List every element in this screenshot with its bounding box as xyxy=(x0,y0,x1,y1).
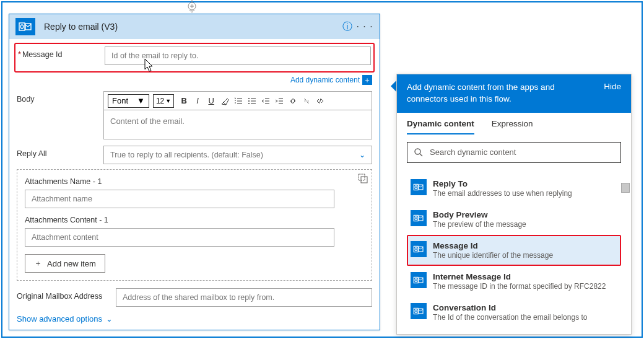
help-icon[interactable]: ⓘ xyxy=(339,20,356,33)
link-icon[interactable] xyxy=(287,96,299,106)
svg-rect-26 xyxy=(414,308,418,314)
item-title: Message Id xyxy=(433,241,553,250)
svg-point-7 xyxy=(248,98,250,99)
outlook-icon xyxy=(411,179,427,195)
search-icon xyxy=(414,147,424,157)
svg-point-5 xyxy=(20,25,23,29)
dynamic-item[interactable]: Body PreviewThe preview of the message xyxy=(407,204,621,235)
dynamic-item[interactable]: Received TimeThe date and time the messa… xyxy=(407,328,621,334)
attach-content-input[interactable] xyxy=(25,228,334,247)
svg-rect-23 xyxy=(414,277,418,283)
dynamic-item[interactable]: Internet Message IdThe message ID in the… xyxy=(407,266,621,297)
item-title: Conversation Id xyxy=(433,303,588,312)
italic-icon[interactable]: I xyxy=(191,96,204,105)
svg-rect-20 xyxy=(414,246,418,252)
item-desc: The Id of the conversation the email bel… xyxy=(433,313,588,322)
action-card: Reply to email (V3) ⓘ · · · *Message Id … xyxy=(9,14,380,330)
item-desc: The unique identifier of the message xyxy=(433,251,553,260)
plus-icon: ＋ xyxy=(34,258,42,269)
message-id-highlight: *Message Id xyxy=(14,43,375,73)
bold-icon[interactable]: B xyxy=(178,96,190,105)
original-mailbox-label: Original Mailbox Address xyxy=(17,288,116,307)
outlook-icon xyxy=(411,303,427,319)
array-icon[interactable] xyxy=(358,174,368,186)
body-label: Body xyxy=(17,91,103,139)
svg-rect-14 xyxy=(414,184,418,190)
tab-expression[interactable]: Expression xyxy=(492,119,533,134)
attachments-group: Attachments Name - 1 Attachments Content… xyxy=(17,169,372,281)
item-title: Body Preview xyxy=(433,210,526,219)
add-dynamic-content-link[interactable]: Add dynamic content＋ xyxy=(17,75,372,85)
chevron-down-icon: ⌄ xyxy=(106,314,113,324)
chevron-down-icon: ⌄ xyxy=(359,151,365,159)
search-dynamic-content[interactable]: Search dynamic content xyxy=(407,142,621,163)
svg-line-13 xyxy=(420,154,422,156)
card-title: Reply to email (V3) xyxy=(44,22,339,32)
body-editor: Font▼ 12▼ B I U Content of xyxy=(103,91,372,139)
tab-dynamic-content[interactable]: Dynamic content xyxy=(407,119,474,134)
card-header: Reply to email (V3) ⓘ · · · xyxy=(9,14,380,39)
svg-point-18 xyxy=(415,216,417,219)
add-new-item-button[interactable]: ＋Add new item xyxy=(25,254,105,273)
item-desc: The email addresses to use when replying xyxy=(433,189,572,198)
item-desc: The message ID in the format specified b… xyxy=(433,282,606,291)
outlook-icon xyxy=(411,210,427,226)
underline-icon[interactable]: U xyxy=(205,96,217,105)
outlook-icon xyxy=(15,18,35,35)
message-id-label: *Message Id xyxy=(18,46,105,65)
svg-rect-4 xyxy=(19,23,25,30)
scrollbar[interactable] xyxy=(621,183,630,193)
item-title: Reply To xyxy=(433,179,572,188)
outlook-icon xyxy=(411,241,427,257)
menu-icon[interactable]: · · · xyxy=(356,21,373,32)
show-advanced-link[interactable]: Show advanced options ⌄ xyxy=(17,314,372,324)
number-list-icon[interactable] xyxy=(232,96,245,106)
dynamic-item[interactable]: Message IdThe unique identifier of the m… xyxy=(407,235,621,266)
reply-all-select[interactable]: True to reply to all recipients. (defaul… xyxy=(103,146,372,164)
highlight-icon[interactable] xyxy=(219,96,231,106)
svg-point-15 xyxy=(415,185,417,188)
svg-point-9 xyxy=(248,103,250,104)
outdent-icon[interactable] xyxy=(259,96,272,106)
attach-name-label: Attachments Name - 1 xyxy=(25,177,364,186)
indent-icon[interactable] xyxy=(273,96,285,106)
code-view-icon[interactable] xyxy=(314,96,326,106)
svg-point-12 xyxy=(415,149,420,154)
outlook-icon xyxy=(411,272,427,288)
font-select[interactable]: Font▼ xyxy=(108,94,149,108)
hide-button[interactable]: Hide xyxy=(604,82,621,91)
svg-point-24 xyxy=(415,278,417,281)
svg-point-8 xyxy=(248,100,250,102)
svg-point-27 xyxy=(415,309,417,312)
rte-toolbar: Font▼ 12▼ B I U xyxy=(104,92,372,110)
dynamic-content-panel: Add dynamic content from the apps and co… xyxy=(396,74,632,335)
attach-name-input[interactable] xyxy=(25,190,334,208)
original-mailbox-input[interactable] xyxy=(116,288,372,307)
svg-rect-11 xyxy=(361,177,367,183)
svg-rect-10 xyxy=(359,174,365,180)
plus-icon: ＋ xyxy=(362,75,372,85)
reply-all-label: Reply All xyxy=(17,146,103,164)
panel-heading: Add dynamic content from the apps and co… xyxy=(407,82,586,105)
svg-point-21 xyxy=(415,247,417,250)
dynamic-item[interactable]: Reply ToThe email addresses to use when … xyxy=(407,173,621,204)
svg-rect-17 xyxy=(414,215,418,221)
item-title: Internet Message Id xyxy=(433,272,606,281)
bullet-list-icon[interactable] xyxy=(246,96,258,106)
dynamic-item[interactable]: Conversation IdThe Id of the conversatio… xyxy=(407,297,621,328)
body-input[interactable]: Content of the email. xyxy=(104,110,372,139)
attach-content-label: Attachments Content - 1 xyxy=(25,216,364,224)
message-id-input[interactable] xyxy=(105,46,371,65)
item-desc: The preview of the message xyxy=(433,220,526,229)
size-select[interactable]: 12▼ xyxy=(153,94,174,108)
unlink-icon[interactable] xyxy=(300,96,313,106)
